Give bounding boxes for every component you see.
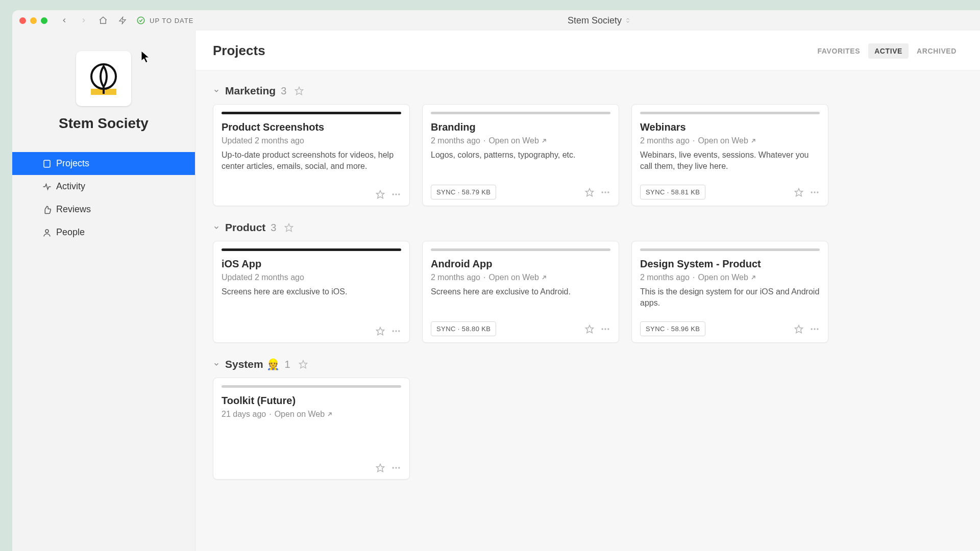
window-controls <box>19 17 47 24</box>
favorite-card-button[interactable] <box>376 327 385 336</box>
favorite-card-button[interactable] <box>376 190 385 199</box>
card-title: Android App <box>431 258 610 270</box>
project-card[interactable]: Product Screenshots Updated 2 months ago… <box>213 104 410 206</box>
main-header: Projects FAVORITES ACTIVE ARCHIVED <box>195 31 980 70</box>
card-row: Toolkit (Future) 21 days ago · Open on W… <box>213 378 980 480</box>
favorite-section-button[interactable] <box>284 223 293 232</box>
card-title: Product Screenshots <box>222 121 401 133</box>
fullscreen-window-button[interactable] <box>41 17 47 24</box>
card-footer: SYNC · 58.80 KB <box>431 316 610 336</box>
svg-point-25 <box>393 330 394 332</box>
section-header: Product 3 <box>213 221 980 234</box>
forward-button[interactable] <box>79 16 88 25</box>
brand-logo[interactable] <box>76 51 131 106</box>
card-title: iOS App <box>222 258 401 270</box>
card-more-button[interactable] <box>810 324 820 334</box>
card-description: Up-to-date product screenshots for video… <box>222 149 401 172</box>
sidebar-item-people[interactable]: People <box>12 221 195 244</box>
section-collapse-toggle[interactable] <box>213 87 220 94</box>
card-subtitle: Updated 2 months ago <box>222 136 401 145</box>
svg-point-27 <box>398 330 400 332</box>
card-updated-text: Updated 2 months ago <box>222 136 304 145</box>
svg-line-39 <box>328 413 331 416</box>
open-on-web-link[interactable]: Open on Web <box>275 410 333 419</box>
sync-badge[interactable]: SYNC · 58.81 KB <box>640 185 705 199</box>
svg-point-1 <box>137 17 144 24</box>
tab-favorites[interactable]: FAVORITES <box>811 43 866 59</box>
svg-point-36 <box>814 328 815 330</box>
card-more-button[interactable] <box>810 187 820 197</box>
card-color-bar <box>222 248 401 251</box>
card-footer <box>222 321 401 336</box>
svg-marker-9 <box>377 191 384 198</box>
sync-badge[interactable]: SYNC · 58.79 KB <box>431 185 496 199</box>
svg-point-22 <box>817 191 818 193</box>
favorite-section-button[interactable] <box>295 86 304 95</box>
bolt-icon[interactable] <box>118 16 127 25</box>
svg-marker-29 <box>586 325 594 333</box>
project-card[interactable]: iOS App Updated 2 months ago Screens her… <box>213 241 410 343</box>
svg-marker-14 <box>586 188 594 196</box>
card-title: Webinars <box>640 121 820 133</box>
sidebar-item-projects[interactable]: Projects <box>12 152 195 175</box>
svg-point-35 <box>811 328 813 330</box>
close-window-button[interactable] <box>19 17 26 24</box>
card-row: Product Screenshots Updated 2 months ago… <box>213 104 980 206</box>
project-card[interactable]: Android App 2 months ago · Open on Web S… <box>422 241 619 343</box>
favorite-section-button[interactable] <box>299 360 308 369</box>
svg-point-10 <box>393 193 394 195</box>
card-footer <box>222 458 401 473</box>
section-collapse-toggle[interactable] <box>213 224 220 231</box>
card-color-bar <box>222 112 401 114</box>
sidebar-item-activity[interactable]: Activity <box>12 175 195 198</box>
page-title: Projects <box>213 43 265 59</box>
svg-point-16 <box>604 191 606 193</box>
card-more-button[interactable] <box>391 189 401 199</box>
favorite-card-button[interactable] <box>794 324 803 334</box>
home-button[interactable] <box>99 16 108 25</box>
favorite-card-button[interactable] <box>585 188 594 197</box>
activity-icon <box>42 182 52 192</box>
card-more-button[interactable] <box>600 324 610 334</box>
brand-logo-icon <box>86 59 121 98</box>
favorite-card-button[interactable] <box>585 324 594 334</box>
minimize-window-button[interactable] <box>30 17 37 24</box>
sync-badge[interactable]: SYNC · 58.96 KB <box>640 321 705 336</box>
tab-archived[interactable]: ARCHIVED <box>911 43 963 59</box>
section-collapse-toggle[interactable] <box>213 361 220 368</box>
project-card[interactable]: Design System - Product 2 months ago · O… <box>631 241 828 343</box>
open-on-web-link[interactable]: Open on Web <box>698 136 756 145</box>
card-description: Screens here are exclusive to Android. <box>431 286 610 297</box>
card-description: Screens here are exclusive to iOS. <box>222 286 401 297</box>
tab-active[interactable]: ACTIVE <box>868 43 909 59</box>
back-button[interactable] <box>60 16 69 25</box>
project-card[interactable]: Branding 2 months ago · Open on Web Logo… <box>422 104 619 206</box>
svg-marker-34 <box>795 325 803 333</box>
svg-point-26 <box>395 330 397 332</box>
sync-badge[interactable]: SYNC · 58.80 KB <box>431 321 496 336</box>
card-more-button[interactable] <box>391 463 401 473</box>
card-more-button[interactable] <box>391 326 401 336</box>
favorite-card-button[interactable] <box>376 463 385 472</box>
workspace-dropdown[interactable]: Stem Society <box>568 15 631 26</box>
svg-point-15 <box>602 191 603 193</box>
svg-line-33 <box>752 276 755 279</box>
card-updated-text: 2 months ago <box>640 273 690 282</box>
section-header: System 👷 1 <box>213 358 980 370</box>
open-on-web-link[interactable]: Open on Web <box>698 273 756 282</box>
svg-point-30 <box>602 328 603 330</box>
card-title: Toolkit (Future) <box>222 395 401 407</box>
project-card[interactable]: Webinars 2 months ago · Open on Web Webi… <box>631 104 828 206</box>
open-on-web-link[interactable]: Open on Web <box>488 136 547 145</box>
sidebar: Stem Society Projects Activity <box>12 31 195 551</box>
svg-marker-24 <box>377 328 384 335</box>
card-footer: SYNC · 58.81 KB <box>640 180 820 199</box>
brand-title: Stem Society <box>12 115 195 132</box>
sidebar-item-reviews[interactable]: Reviews <box>12 198 195 221</box>
project-card[interactable]: Toolkit (Future) 21 days ago · Open on W… <box>213 378 410 480</box>
favorite-card-button[interactable] <box>794 188 803 197</box>
card-color-bar <box>431 248 610 251</box>
card-more-button[interactable] <box>600 187 610 197</box>
open-on-web-link[interactable]: Open on Web <box>488 273 547 282</box>
card-updated-text: 2 months ago <box>431 273 480 282</box>
